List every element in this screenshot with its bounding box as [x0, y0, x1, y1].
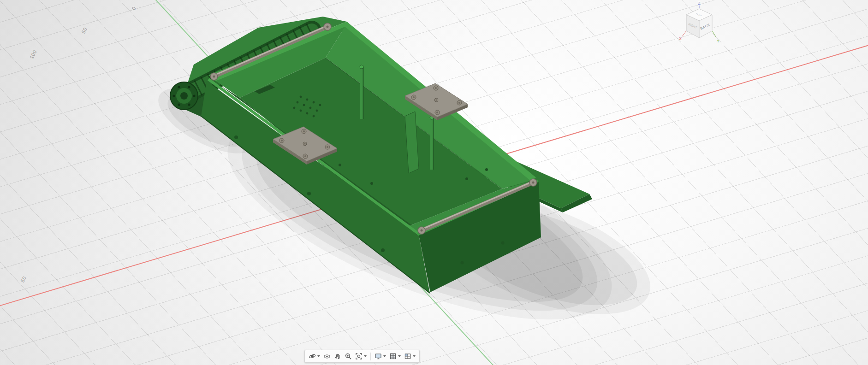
dropdown-caret[interactable]	[364, 355, 367, 357]
x-axis-label: X	[679, 36, 682, 41]
look-at-icon	[323, 353, 331, 360]
grid-settings-button[interactable]	[388, 351, 402, 361]
dropdown-caret[interactable]	[383, 355, 386, 357]
look-at-button[interactable]	[322, 351, 332, 361]
dropdown-caret[interactable]	[398, 355, 401, 357]
orbit-icon	[309, 353, 316, 360]
pan-button[interactable]	[333, 351, 343, 361]
viewport-canvas[interactable]: 0 50 100 50	[0, 0, 868, 365]
view-cube[interactable]: TOP RIGHT BACK Z X Y	[677, 1, 721, 51]
navigation-toolbar	[304, 350, 420, 363]
viewports-button[interactable]	[403, 351, 417, 361]
display-settings-icon	[375, 353, 382, 360]
toolbar-separator	[370, 353, 371, 360]
zoom-icon	[345, 353, 352, 360]
display-settings-button[interactable]	[373, 351, 387, 361]
grid-snaps-icon	[389, 353, 397, 360]
fit-button[interactable]	[354, 351, 368, 361]
model-3d[interactable]	[0, 0, 868, 365]
y-axis-label: Y	[717, 39, 719, 43]
pan-icon	[334, 353, 341, 360]
dropdown-caret[interactable]	[317, 355, 320, 357]
fit-icon	[355, 353, 363, 360]
viewports-icon	[404, 353, 411, 360]
zoom-button[interactable]	[343, 351, 353, 361]
z-axis-label: Z	[698, 1, 701, 6]
orbit-button[interactable]	[307, 351, 321, 361]
dropdown-caret[interactable]	[413, 355, 416, 357]
